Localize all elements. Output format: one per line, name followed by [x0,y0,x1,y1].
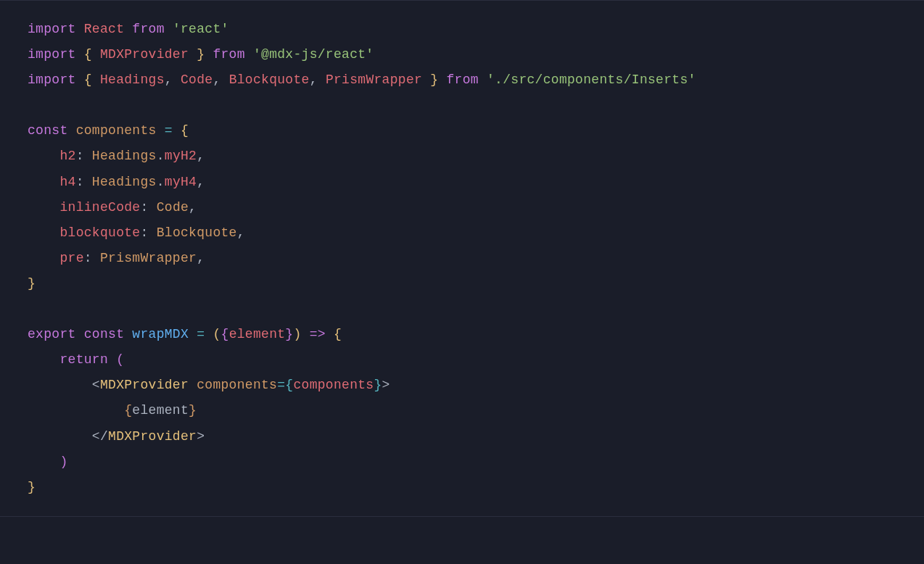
keyword-export: export [28,327,76,341]
object-ref: Headings [92,175,157,189]
punctuation: : [76,149,84,163]
paren: ( [116,352,124,367]
value: PrismWrapper [100,251,197,265]
jsx-attribute: components [197,378,277,392]
string-literal: 'react' [173,22,229,36]
punctuation: . [157,149,165,163]
keyword-const: const [84,327,125,341]
code-line-blank [28,93,896,118]
identifier: Headings [100,72,165,87]
property-key: pre [59,251,83,265]
operator: = [197,327,205,341]
keyword-import: import [28,72,76,87]
code-line: } [28,271,896,296]
code-line: import { MDXProvider } from '@mdx-js/rea… [28,42,896,67]
variable-name: components [76,123,157,138]
punctuation: : [84,251,92,265]
code-line: <MDXProvider components={components}> [28,373,896,398]
code-line: h4: Headings.myH4, [28,170,896,195]
keyword-from: from [213,47,244,62]
jsx-expression: element [132,403,189,418]
code-line: </MDXProvider> [28,424,896,449]
punctuation: , [197,251,205,265]
code-line: const components = { [28,118,896,144]
brace: { [221,327,229,341]
code-line: import { Headings, Code, Blockquote, Pri… [28,67,896,93]
jsx-component: MDXProvider [108,429,197,444]
code-line: export const wrapMDX = ({element}) => { [28,322,896,347]
paren: ) [59,455,67,469]
code-line: blockquote: Blockquote, [28,220,896,246]
brace: } [430,72,438,87]
code-line: inlineCode: Code, [28,195,896,220]
code-line: pre: PrismWrapper, [28,246,896,271]
jsx-bracket: < [92,378,100,392]
punctuation: . [157,175,165,189]
parameter: element [229,327,286,341]
jsx-brace: } [374,378,381,392]
jsx-bracket: > [197,429,205,444]
value: Code [157,200,189,215]
code-line: h2: Headings.myH2, [28,144,896,169]
identifier: React [84,22,125,36]
string-literal: './src/components/Inserts' [487,72,696,87]
code-line: import React from 'react' [28,17,896,42]
punctuation: , [197,149,205,163]
punctuation: , [197,175,205,189]
identifier: MDXProvider [100,47,189,62]
code-line: return ( [28,347,896,373]
jsx-component: MDXProvider [100,378,189,392]
keyword-import: import [28,47,76,62]
property-key: h4 [59,175,75,189]
operator: = [277,378,285,392]
brace: { [181,123,189,138]
code-line-blank [28,296,896,322]
string-literal: '@mdx-js/react' [253,47,374,62]
property-key: inlineCode [59,200,140,215]
paren: ( [213,327,220,341]
value: Blockquote [157,225,237,240]
brace: { [84,72,92,87]
code-line: ) [28,449,896,475]
object-ref: Headings [92,149,157,163]
identifier: Code [181,72,213,87]
punctuation: , [237,225,245,240]
function-name: wrapMDX [132,327,189,341]
jsx-bracket: > [382,378,390,392]
paren: ) [293,327,301,341]
punctuation: , [189,200,197,215]
punctuation: : [76,175,84,189]
keyword-return: return [59,352,108,367]
keyword-from: from [132,22,164,36]
jsx-brace: { [285,378,293,392]
jsx-expression: components [293,378,374,392]
keyword-import: import [28,22,76,36]
brace: { [84,47,92,62]
keyword-from: from [446,72,478,87]
code-line: {element} [28,398,896,423]
operator: = [165,123,173,138]
arrow: => [310,327,326,341]
keyword-const: const [28,123,68,138]
code-editor[interactable]: import React from 'react'import { MDXPro… [0,0,924,517]
jsx-bracket: < [92,429,100,444]
identifier: PrismWrapper [326,72,422,87]
property-key: h2 [59,149,75,163]
identifier: Blockquote [229,72,310,87]
jsx-brace: { [124,403,132,418]
punctuation: : [140,225,148,240]
brace: } [28,480,36,494]
brace: { [334,327,342,341]
punctuation: : [140,200,148,215]
jsx-bracket: / [100,429,108,444]
code-line: } [28,475,896,500]
jsx-brace: } [189,403,197,418]
property-key: blockquote [59,225,140,240]
brace: } [285,327,293,341]
property: myH4 [165,175,197,189]
property: myH2 [165,149,197,163]
brace: } [28,276,36,291]
brace: } [197,47,205,62]
